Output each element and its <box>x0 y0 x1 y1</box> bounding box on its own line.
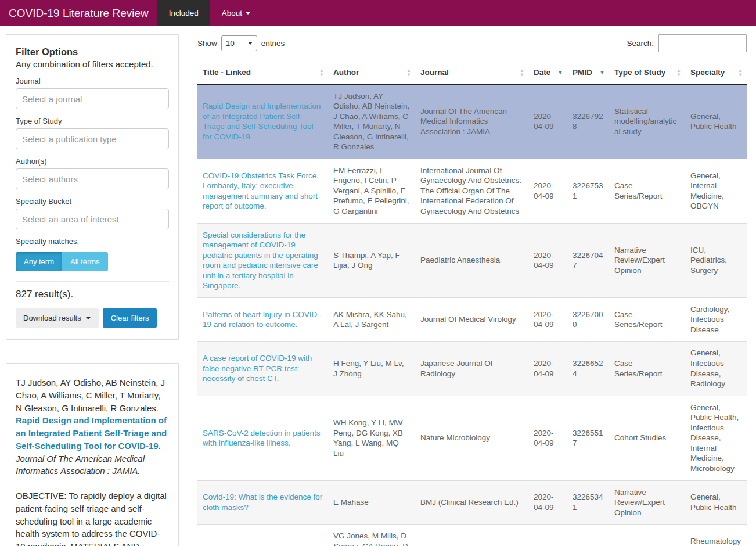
cell-journal: Journal Of The American Medical Informat… <box>415 84 528 159</box>
cell-specialty: General, Public Health <box>685 480 747 525</box>
sort-both-icon: ▲▼ <box>319 69 324 77</box>
cell-date: 2020-04-09 <box>528 480 567 525</box>
filter-buttons-row: Download results Clear filters <box>16 308 169 328</box>
search-input[interactable] <box>658 34 747 52</box>
article-link[interactable]: Covid-19: What is the evidence for cloth… <box>203 493 322 512</box>
download-results-label: Download results <box>23 314 81 322</box>
specialty-matches-label: Specialty matches: <box>16 237 169 246</box>
filter-panel-subtitle: Any combination of filters accepted. <box>16 59 169 69</box>
header-author[interactable]: Author ▲▼ <box>328 62 415 84</box>
cell-title: SARS-CoV-2 detection in patients with in… <box>197 396 328 480</box>
cell-title: COVID-19 and Kawasaki Disease: Novel Vir… <box>197 525 328 546</box>
authors-filter-label: Author(s) <box>16 157 169 166</box>
cell-specialty: General, Internal Medicine, OBGYN <box>685 159 747 223</box>
search-label: Search: <box>627 39 654 48</box>
study-type-filter-input[interactable] <box>16 128 169 149</box>
cell-type: Case Series/Report <box>609 159 685 223</box>
cell-type: Narrative Review/Expert Opinion <box>609 480 685 525</box>
cell-type: Case Series/Report <box>609 525 685 546</box>
main-area: Show 10 entries Search: Title - L <box>197 34 747 546</box>
cell-pmid: 32267000 <box>567 297 609 342</box>
cell-type: Case Series/Report <box>609 342 685 396</box>
cell-title: Rapid Design and Implementation of an In… <box>197 84 328 159</box>
header-date[interactable]: Date ▼ <box>528 62 567 84</box>
cell-pmid: 32267531 <box>567 159 609 223</box>
filter-divider <box>16 281 169 282</box>
header-pmid[interactable]: PMID ▼ <box>567 62 609 84</box>
header-title-linked[interactable]: Title - Linked ▲▼ <box>197 62 328 84</box>
article-link[interactable]: Special considerations for the managemen… <box>203 231 318 290</box>
entries-select[interactable]: 10 <box>221 35 257 51</box>
table-row[interactable]: Rapid Design and Implementation of an In… <box>197 84 747 159</box>
header-journal[interactable]: Journal ▲▼ <box>415 62 528 84</box>
article-link[interactable]: Rapid Design and Implementation of an In… <box>203 102 321 141</box>
sort-both-icon: ▲▼ <box>676 69 681 77</box>
cell-journal: Paediatric Anaesthesia <box>415 223 528 297</box>
journal-filter-input[interactable] <box>16 88 169 109</box>
article-link[interactable]: Patterns of heart Injury in COVID - 19 a… <box>203 310 322 329</box>
cell-author: AK Mishra, KK Sahu, A Lal, J Sargent <box>328 297 415 342</box>
sort-desc-icon: ▼ <box>599 70 605 76</box>
table-row[interactable]: Special considerations for the managemen… <box>197 223 747 297</box>
search-control: Search: <box>627 34 747 52</box>
tab-about[interactable]: About <box>210 0 262 26</box>
all-terms-button[interactable]: All terms <box>62 252 108 271</box>
header-type-of-study-label: Type of Study <box>614 68 665 77</box>
sort-both-icon: ▲▼ <box>738 69 743 77</box>
sort-both-icon: ▲▼ <box>520 69 524 77</box>
cell-type: Statistical modelling/analytical study <box>609 84 685 159</box>
cell-date: 2020-04-09 <box>528 223 567 297</box>
tab-about-label: About <box>222 9 242 17</box>
table-row[interactable]: COVID-19 and Kawasaki Disease: Novel Vir… <box>197 525 747 546</box>
header-type-of-study[interactable]: Type of Study ▲▼ <box>609 62 685 84</box>
cell-author: H Feng, Y Liu, M Lv, J Zhong <box>328 342 415 396</box>
caret-down-icon <box>246 12 250 15</box>
cell-pmid: 32267047 <box>567 223 609 297</box>
article-link[interactable]: SARS-CoV-2 detection in patients with in… <box>203 429 321 448</box>
table-row[interactable]: Patterns of heart Injury in COVID - 19 a… <box>197 297 747 342</box>
article-detail-panel: TJ Judson, AY Odisho, AB Neinstein, J Ch… <box>6 363 179 546</box>
download-results-button[interactable]: Download results <box>16 308 99 328</box>
cell-author: TJ Judson, AY Odisho, AB Neinstein, J Ch… <box>328 84 415 159</box>
page-content: Filter Options Any combination of filter… <box>0 26 756 546</box>
cell-title: Covid-19: What is the evidence for cloth… <box>197 480 328 525</box>
table-controls: Show 10 entries Search: <box>197 34 747 52</box>
cell-type: Narrative Review/Expert Opinion <box>609 223 685 297</box>
filter-panel: Filter Options Any combination of filter… <box>6 34 179 340</box>
results-table: Title - Linked ▲▼ Author ▲▼ Journal ▲▼ D… <box>197 62 747 546</box>
specialty-match-toggle: Any term All terms <box>16 252 108 271</box>
cell-author: VG Jones, M Mills, D Suarez, CA Hogan, D… <box>328 525 415 546</box>
clear-filters-button[interactable]: Clear filters <box>103 308 157 328</box>
article-title-link[interactable]: Rapid Design and Implementation of an In… <box>16 415 167 451</box>
table-header-row: Title - Linked ▲▼ Author ▲▼ Journal ▲▼ D… <box>197 62 747 84</box>
app-title: COVID-19 Literature Review <box>0 0 157 26</box>
journal-filter-label: Journal <box>16 77 169 85</box>
specialty-filter-input[interactable] <box>16 209 169 229</box>
cell-date: 2020-04-09 <box>528 159 567 223</box>
table-row[interactable]: SARS-CoV-2 detection in patients with in… <box>197 396 747 480</box>
journal-filter-field: Journal <box>16 77 169 109</box>
article-detail-citation: TJ Judson, AY Odisho, AB Neinstein, J Ch… <box>16 376 169 477</box>
tab-included[interactable]: Included <box>157 0 210 26</box>
tab-included-label: Included <box>169 9 199 17</box>
specialty-matches-field: Specialty matches: Any term All terms <box>16 237 169 271</box>
article-link[interactable]: A case report of COVID-19 with false neg… <box>203 354 312 383</box>
header-date-label: Date <box>534 68 550 77</box>
article-link[interactable]: COVID-19 Obstetrics Task Force, Lombardy… <box>203 171 319 211</box>
table-row[interactable]: COVID-19 Obstetrics Task Force, Lombardy… <box>197 159 747 223</box>
authors-filter-input[interactable] <box>16 168 169 189</box>
cell-pmid: 32265341 <box>567 480 609 525</box>
table-row[interactable]: Covid-19: What is the evidence for cloth… <box>197 480 747 525</box>
cell-journal: Japanese Journal Of Radiology <box>415 342 528 396</box>
cell-date: 2020-04-09 <box>528 525 567 546</box>
sidebar: Filter Options Any combination of filter… <box>6 34 179 546</box>
cell-date: 2020-04-09 <box>528 342 567 396</box>
show-label: Show <box>197 39 217 48</box>
any-term-button[interactable]: Any term <box>16 252 62 271</box>
cell-specialty: General, Infectious Disease, Radiology <box>685 342 747 396</box>
table-row[interactable]: A case report of COVID-19 with false neg… <box>197 342 747 396</box>
header-specialty[interactable]: Specialty ▲▼ <box>685 62 747 84</box>
article-authors: TJ Judson, AY Odisho, AB Neinstein, J Ch… <box>16 378 165 413</box>
cell-specialty: ICU, Pediatrics, Surgery <box>685 223 747 297</box>
article-abstract: OBJECTIVE: To rapidly deploy a digital p… <box>16 490 169 546</box>
